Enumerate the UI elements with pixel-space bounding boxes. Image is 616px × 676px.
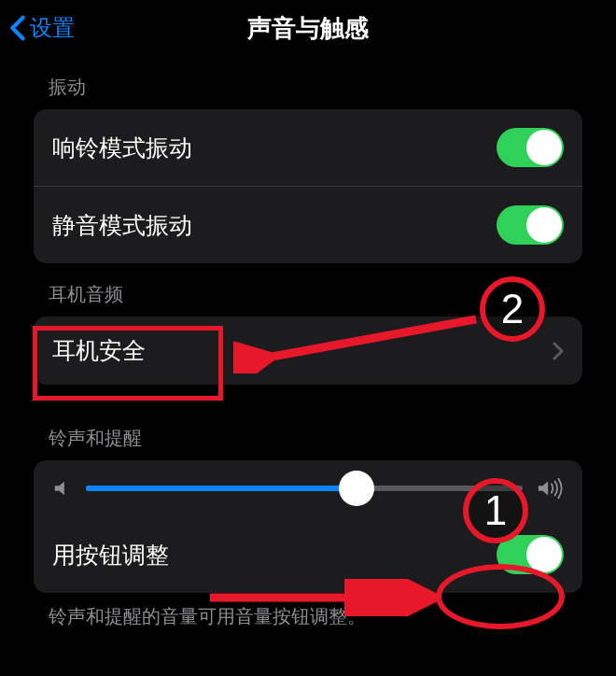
row-volume-slider: [34, 460, 582, 516]
slider-thumb[interactable]: [339, 471, 374, 506]
chevron-left-icon: [9, 15, 26, 41]
row-silent-vibrate[interactable]: 静音模式振动: [34, 186, 582, 263]
row-label: 耳机安全: [52, 335, 146, 366]
group-ringer: 用按钮调整: [34, 460, 582, 593]
speaker-low-icon: [52, 478, 73, 499]
back-button[interactable]: 设置: [9, 13, 75, 43]
toggle-knob: [526, 207, 562, 243]
group-headphone: 耳机安全: [34, 317, 582, 385]
footer-note: 铃声和提醒的音量可用音量按钮调整。: [0, 593, 616, 641]
section-header-headphone: 耳机音频: [0, 263, 616, 317]
section-header-ringer: 铃声和提醒: [0, 385, 616, 460]
speaker-high-icon: [536, 477, 564, 500]
toggle-silent-vibrate[interactable]: [497, 205, 564, 245]
row-headphone-safety[interactable]: 耳机安全: [34, 317, 582, 385]
volume-slider[interactable]: [86, 486, 523, 491]
page-title: 声音与触感: [247, 12, 369, 45]
row-button-adjust[interactable]: 用按钮调整: [34, 516, 582, 593]
row-label: 响铃模式振动: [52, 133, 192, 163]
row-label: 用按钮调整: [52, 540, 169, 570]
group-vibration: 响铃模式振动 静音模式振动: [34, 109, 582, 263]
slider-fill: [86, 486, 357, 491]
toggle-button-adjust[interactable]: [497, 535, 564, 574]
section-header-vibration: 振动: [0, 56, 616, 109]
toggle-knob: [526, 130, 562, 165]
chevron-right-icon: [553, 342, 564, 360]
toggle-knob: [526, 537, 562, 572]
row-ring-vibrate[interactable]: 响铃模式振动: [34, 109, 582, 186]
toggle-ring-vibrate[interactable]: [497, 128, 564, 167]
nav-header: 设置 声音与触感: [0, 0, 616, 56]
back-label: 设置: [30, 13, 75, 43]
row-label: 静音模式振动: [52, 210, 192, 241]
